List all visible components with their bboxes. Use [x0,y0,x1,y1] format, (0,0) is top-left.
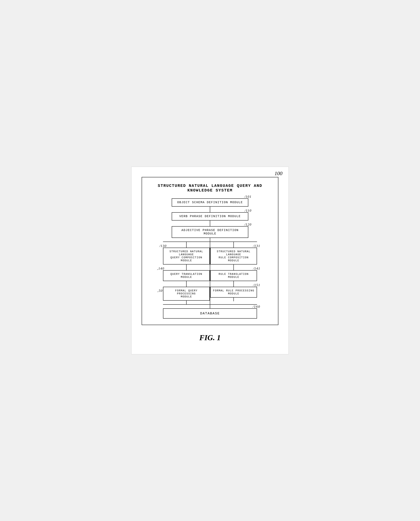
module-140: ‚140 QUERY TRANSLATION MODULE [163,270,210,281]
module-110: VERB PHRASE DEFINITION MODULE ∕110 [172,212,248,220]
connector-120-split [210,238,210,242]
connector-right-151 [233,281,234,287]
module-131: ∕131 STRUCTURED NATURAL LANGUAGERULE COM… [210,248,257,264]
module-150: ‚50 FORMAL QUERY PROCESSINGMODULE [163,287,210,301]
connector-110-120 [210,220,210,226]
ref-151: ∕151 [253,283,260,287]
diagram-container: STRUCTURED NATURAL LANGUAGE QUERY AND KN… [142,177,278,325]
connector-left-130 [186,242,187,248]
connector-db [210,305,210,308]
connector-101-110 [210,207,210,212]
page: 100 STRUCTURED NATURAL LANGUAGE QUERY AN… [131,167,289,354]
module-130: ∕130 STRUCTURED NATURAL LANGUAGEQUERY CO… [163,248,210,264]
connector-right-141 [233,264,234,270]
module-101: OBJECT SCHEMA DEFINITION MODULE ∕101 [172,198,248,207]
connector-left-db [186,301,187,304]
ref-110: ∕110 [245,209,252,213]
module-120: ADJECTIVE PHRASE DEFINITION MODULE ∕120 [172,226,248,238]
left-column: ∕130 STRUCTURED NATURAL LANGUAGEQUERY CO… [163,242,210,304]
right-column: ∕131 STRUCTURED NATURAL LANGUAGERULE COM… [210,242,257,301]
module-160: DATABASE ∕160 [163,308,257,319]
ref-120: ∕120 [245,223,252,227]
figure-caption: FIG. 1 [142,333,278,342]
connector-right-131 [233,242,234,248]
connector-right-db [233,298,234,301]
join-bar-left [163,304,210,305]
ref-150: ‚50 [157,289,163,293]
two-col-section: ∕130 STRUCTURED NATURAL LANGUAGEQUERY CO… [163,242,257,304]
figure-ref-100: 100 [275,171,282,177]
ref-140: ‚140 [157,267,165,271]
ref-141: ∕141 [253,267,260,271]
connector-left-150 [186,281,187,287]
ref-130: ∕130 [160,244,167,248]
module-151: ∕151 FORMAL RULE PROCESSINGMODULE [210,287,257,298]
ref-101: ∕101 [245,195,252,199]
ref-131: ∕131 [253,244,260,248]
diagram-title: STRUCTURED NATURAL LANGUAGE QUERY AND KN… [148,183,272,193]
join-bar-right [210,304,257,305]
ref-160: ∕160 [253,305,260,309]
connector-left-140 [186,264,187,270]
module-141: ∕141 RULE TRANSLATION MODULE [210,270,257,281]
